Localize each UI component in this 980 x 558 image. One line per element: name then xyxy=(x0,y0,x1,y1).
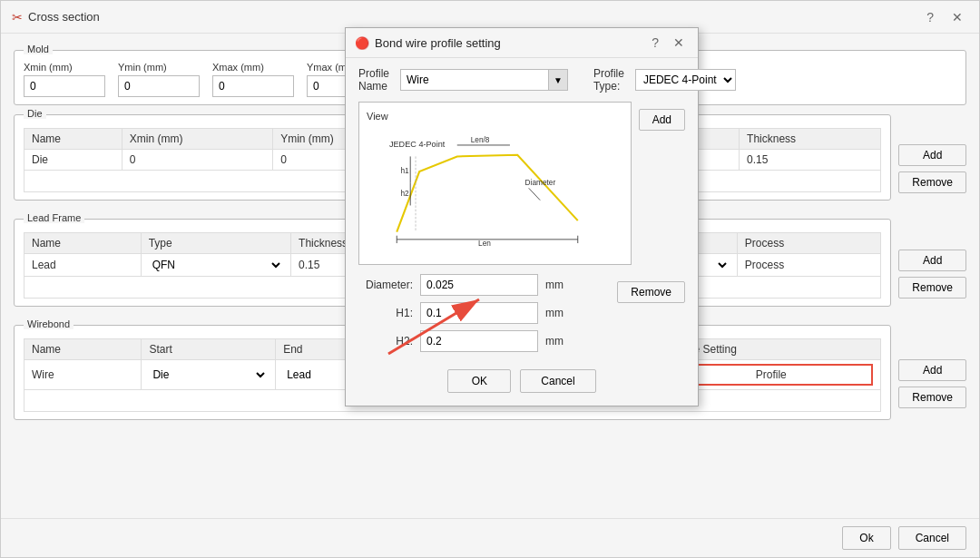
die-add-button[interactable]: Add xyxy=(898,144,966,166)
view-add-row: View JEDEC 4-Point xyxy=(358,102,685,274)
lf-type-cell[interactable]: QFN xyxy=(141,254,290,277)
lf-add-button[interactable]: Add xyxy=(898,250,966,271)
dialog-title-controls: ? ✕ xyxy=(647,34,689,51)
dialog-cancel-button[interactable]: Cancel xyxy=(520,369,595,393)
wb-section-buttons: Add Remove xyxy=(898,325,966,429)
dialog-remove-button[interactable]: Remove xyxy=(617,281,685,303)
mold-ymin-label: Ymin (mm) xyxy=(118,62,200,73)
mold-xmin-label: Xmin (mm) xyxy=(24,62,105,73)
dialog-bottom-buttons: OK Cancel xyxy=(358,369,685,396)
mold-section-title: Mold xyxy=(24,44,53,54)
profile-name-input[interactable] xyxy=(401,70,548,90)
h2-input[interactable] xyxy=(420,330,538,352)
lf-col-name: Name xyxy=(24,233,142,254)
lf-section-buttons: Add Remove xyxy=(898,219,966,316)
bond-wire-dialog: 🔴 Bond wire profile setting ? ✕ Profile … xyxy=(345,27,699,406)
die-col-name: Name xyxy=(24,129,122,150)
die-remove-button[interactable]: Remove xyxy=(898,171,966,193)
mold-xmin-input[interactable] xyxy=(24,75,105,97)
dialog-title: Bond wire profile setting xyxy=(375,36,501,50)
jedec-label: JEDEC 4-Point xyxy=(389,140,446,149)
dialog-add-button[interactable]: Add xyxy=(639,109,685,131)
dialog-ok-button[interactable]: OK xyxy=(447,369,511,393)
dialog-icon: 🔴 xyxy=(355,36,369,50)
profile-type-label: Profile Type: xyxy=(593,67,624,93)
lf-process-cell: Process xyxy=(737,254,880,277)
wb-start-select[interactable]: Die xyxy=(149,367,268,382)
wire-diagram-svg: JEDEC 4-Point h1 xyxy=(367,122,623,257)
die-name-cell: Die xyxy=(24,150,122,171)
h1-label-field: H1: xyxy=(358,307,413,319)
mold-ymin-group: Ymin (mm) xyxy=(118,62,200,97)
profile-name-label: Profile Name xyxy=(358,67,389,93)
ok-button[interactable]: Ok xyxy=(842,526,890,550)
profile-name-row: Profile Name ▼ Profile Type: JEDEC 4-Poi… xyxy=(358,67,685,93)
lf-col-type: Type xyxy=(141,233,290,254)
mold-ymin-input[interactable] xyxy=(118,75,200,97)
window-title: Cross section xyxy=(28,10,100,24)
h2-row: H2: mm xyxy=(358,330,610,352)
wb-remove-button[interactable]: Remove xyxy=(898,387,966,408)
profile-name-select-wrap[interactable]: ▼ xyxy=(400,69,568,91)
window-icon: ✂ xyxy=(12,10,23,24)
wb-col-name: Name xyxy=(24,339,142,360)
main-window: ✂ Cross section ? ✕ Mold Xmin (mm) Ymin … xyxy=(0,0,980,558)
diameter-label: Diameter xyxy=(525,178,556,187)
diameter-label-field: Diameter: xyxy=(358,279,413,291)
mold-xmax-label: Xmax (mm) xyxy=(212,62,294,73)
diagram-area: JEDEC 4-Point h1 xyxy=(367,122,623,263)
die-col-xmin: Xmin (mm) xyxy=(122,129,272,150)
dialog-title-bar: 🔴 Bond wire profile setting ? ✕ xyxy=(346,28,698,58)
die-section-title: Die xyxy=(24,108,46,119)
profile-name-arrow[interactable]: ▼ xyxy=(548,70,567,90)
dialog-body: Profile Name ▼ Profile Type: JEDEC 4-Poi… xyxy=(346,58,698,406)
mold-xmax-input[interactable] xyxy=(212,75,294,97)
h1-label: h1 xyxy=(400,166,409,175)
h1-input[interactable] xyxy=(420,302,538,324)
dialog-title-left: 🔴 Bond wire profile setting xyxy=(355,36,501,50)
dims-wrap: Diameter: mm H1: mm H2: mm xyxy=(358,274,610,358)
die-col-thick: Thickness xyxy=(740,129,881,150)
profile-type-select[interactable]: JEDEC 4-Point xyxy=(636,70,735,90)
h1-unit: mm xyxy=(545,307,564,319)
view-box: View JEDEC 4-Point xyxy=(358,102,632,265)
bottom-bar: Ok Cancel xyxy=(1,518,979,557)
title-bar-controls: ? ✕ xyxy=(921,8,968,26)
dialog-help-button[interactable]: ? xyxy=(647,34,663,51)
h2-label: h2 xyxy=(400,189,409,198)
view-label: View xyxy=(367,111,388,122)
dialog-add-wrap: Add xyxy=(639,102,685,131)
close-button[interactable]: ✕ xyxy=(946,8,968,26)
dialog-remove-wrap: Remove xyxy=(617,274,685,303)
h2-label-field: H2: xyxy=(358,335,413,348)
diameter-unit: mm xyxy=(545,279,564,291)
wb-col-start: Start xyxy=(142,339,276,360)
wb-name-cell: Wire xyxy=(24,360,142,390)
view-box-wrap: View JEDEC 4-Point xyxy=(358,102,632,274)
mold-xmin-group: Xmin (mm) xyxy=(24,62,105,97)
diameter-input[interactable] xyxy=(420,274,538,296)
wb-start-cell[interactable]: Die xyxy=(142,360,276,390)
profile-setting-button[interactable]: Profile xyxy=(669,364,873,386)
lf-remove-button[interactable]: Remove xyxy=(898,277,966,299)
h2-unit: mm xyxy=(545,335,564,348)
dialog-close-button[interactable]: ✕ xyxy=(669,34,689,51)
leadframe-section-title: Lead Frame xyxy=(24,212,84,223)
len-label: Len xyxy=(478,239,491,248)
lf-col-process: Process xyxy=(737,233,880,254)
len8-label: Len/8 xyxy=(471,135,490,144)
die-section-buttons: Add Remove xyxy=(898,114,966,210)
wirebond-section-title: Wirebond xyxy=(24,318,74,329)
wb-add-button[interactable]: Add xyxy=(898,359,966,381)
die-xmin-cell: 0 xyxy=(122,150,272,171)
lf-type-select[interactable]: QFN xyxy=(149,258,283,272)
profile-type-select-wrap[interactable]: JEDEC 4-Point xyxy=(635,69,736,91)
die-thick-cell: 0.15 xyxy=(740,150,881,171)
h1-row: H1: mm xyxy=(358,302,610,324)
mold-xmax-group: Xmax (mm) xyxy=(212,62,294,97)
help-button[interactable]: ? xyxy=(921,8,939,26)
lf-name-cell: Lead xyxy=(24,254,142,277)
dims-remove-row: Diameter: mm H1: mm H2: mm xyxy=(358,274,685,358)
cancel-button[interactable]: Cancel xyxy=(898,526,966,550)
diameter-row: Diameter: mm xyxy=(358,274,610,296)
